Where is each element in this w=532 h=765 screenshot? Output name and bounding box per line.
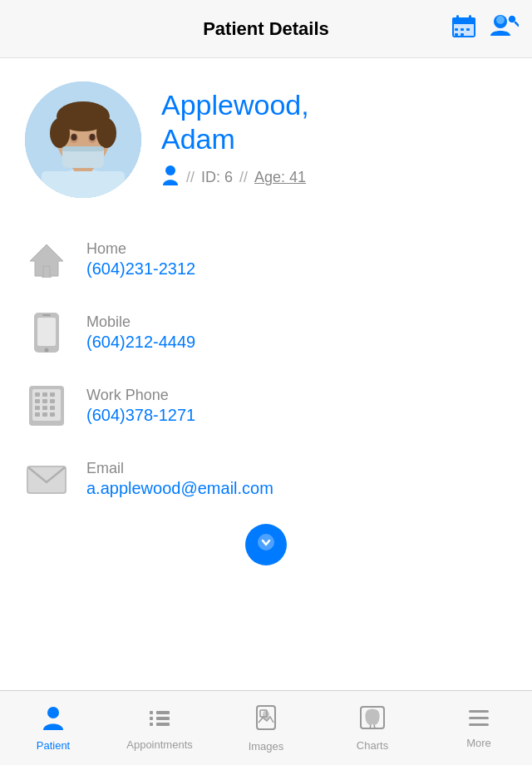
svg-line-15	[515, 22, 519, 26]
svg-rect-63	[156, 723, 170, 726]
mobile-info: Mobile (604)212-4449	[86, 313, 195, 352]
profile-section: Applewood, Adam // ID: 6 // Age: 41	[0, 58, 532, 215]
gender-icon	[161, 165, 180, 191]
scroll-circle[interactable]	[245, 524, 287, 565]
home-info: Home (604)231-2312	[86, 240, 195, 279]
svg-rect-51	[35, 412, 40, 417]
email-info: Email a.applewood@email.com	[86, 460, 273, 498]
svg-rect-70	[469, 717, 489, 719]
appointments-tab-label: Appointments	[126, 738, 193, 751]
svg-rect-11	[461, 33, 464, 36]
svg-point-26	[71, 134, 77, 141]
svg-point-57	[47, 707, 59, 718]
svg-point-38	[45, 348, 49, 353]
work-phone-icon	[25, 384, 68, 427]
scroll-down-icon	[256, 532, 276, 557]
svg-rect-61	[156, 717, 170, 720]
svg-line-68	[374, 725, 375, 728]
header: Patient Details	[0, 0, 532, 58]
mobile-contact: Mobile (604)212-4449	[0, 296, 532, 369]
patient-tab-icon	[42, 705, 65, 736]
patient-search-icon[interactable]	[489, 12, 519, 45]
svg-point-32	[165, 165, 175, 175]
charts-tab-label: Charts	[357, 739, 388, 752]
work-phone[interactable]: (604)378-1271	[86, 406, 195, 425]
email-address[interactable]: a.applewood@email.com	[86, 479, 273, 498]
work-info: Work Phone (604)378-1271	[86, 387, 195, 425]
scroll-hint	[0, 516, 532, 649]
svg-line-67	[370, 725, 371, 728]
email-label: Email	[86, 460, 273, 477]
svg-rect-69	[469, 710, 489, 713]
tab-images[interactable]: Images	[213, 691, 319, 765]
home-label: Home	[86, 240, 195, 258]
svg-rect-48	[35, 406, 40, 410]
svg-rect-4	[452, 21, 475, 24]
svg-rect-42	[35, 392, 40, 397]
svg-point-27	[90, 134, 96, 141]
svg-rect-71	[469, 723, 489, 726]
mobile-icon	[25, 311, 68, 354]
mobile-label: Mobile	[86, 313, 195, 331]
svg-rect-46	[42, 399, 47, 403]
page-title: Patient Details	[203, 18, 329, 40]
tab-patient[interactable]: Patient	[0, 691, 106, 765]
svg-rect-53	[50, 412, 55, 417]
svg-rect-6	[469, 15, 471, 22]
svg-rect-7	[455, 28, 458, 31]
header-actions	[451, 12, 519, 45]
patient-meta: // ID: 6 // Age: 41	[161, 165, 309, 191]
more-tab-label: More	[466, 737, 491, 749]
tab-more[interactable]: More	[426, 691, 532, 765]
svg-rect-58	[150, 711, 153, 714]
home-icon	[25, 238, 68, 281]
svg-rect-10	[455, 33, 458, 36]
patient-info: Applewood, Adam // ID: 6 // Age: 41	[161, 88, 309, 191]
svg-point-23	[96, 118, 116, 148]
work-contact: Work Phone (604)378-1271	[0, 369, 532, 442]
svg-rect-5	[456, 15, 459, 22]
images-tab-label: Images	[249, 740, 284, 753]
svg-rect-52	[42, 412, 47, 417]
patient-tab-label: Patient	[37, 739, 70, 752]
email-icon	[25, 457, 68, 501]
svg-rect-49	[42, 406, 47, 410]
svg-rect-8	[461, 28, 464, 31]
tab-bar: Patient Appointments Imag	[0, 690, 532, 765]
patient-id: ID: 6	[201, 169, 233, 186]
svg-rect-37	[37, 318, 56, 346]
avatar	[25, 81, 141, 198]
svg-rect-62	[150, 723, 153, 726]
more-tab-icon	[467, 708, 490, 733]
svg-rect-50	[50, 406, 55, 410]
patient-name: Applewood, Adam	[161, 88, 309, 156]
svg-rect-9	[466, 28, 470, 31]
mobile-phone[interactable]: (604)212-4449	[86, 333, 195, 352]
svg-rect-44	[50, 392, 55, 397]
tab-charts[interactable]: Charts	[319, 691, 426, 765]
calendar-icon[interactable]	[451, 12, 477, 45]
svg-rect-60	[150, 717, 153, 720]
svg-point-22	[50, 118, 70, 148]
svg-rect-59	[156, 711, 170, 714]
images-tab-icon	[254, 704, 278, 737]
contacts-section: Home (604)231-2312 Mobile (604)212-4449	[0, 215, 532, 516]
svg-rect-30	[42, 171, 125, 198]
svg-rect-39	[42, 314, 51, 316]
svg-point-13	[496, 16, 505, 24]
charts-tab-icon	[359, 705, 386, 736]
svg-rect-43	[42, 392, 47, 397]
tab-appointments[interactable]: Appointments	[106, 691, 213, 765]
svg-rect-45	[35, 399, 40, 403]
work-label: Work Phone	[86, 387, 195, 404]
svg-rect-29	[62, 146, 104, 151]
svg-rect-47	[50, 399, 55, 403]
svg-point-56	[258, 534, 274, 550]
home-phone[interactable]: (604)231-2312	[86, 259, 195, 279]
appointments-tab-icon	[148, 706, 171, 735]
email-contact: Email a.applewood@email.com	[0, 442, 532, 516]
patient-age: Age: 41	[254, 169, 306, 186]
home-contact: Home (604)231-2312	[0, 223, 532, 296]
